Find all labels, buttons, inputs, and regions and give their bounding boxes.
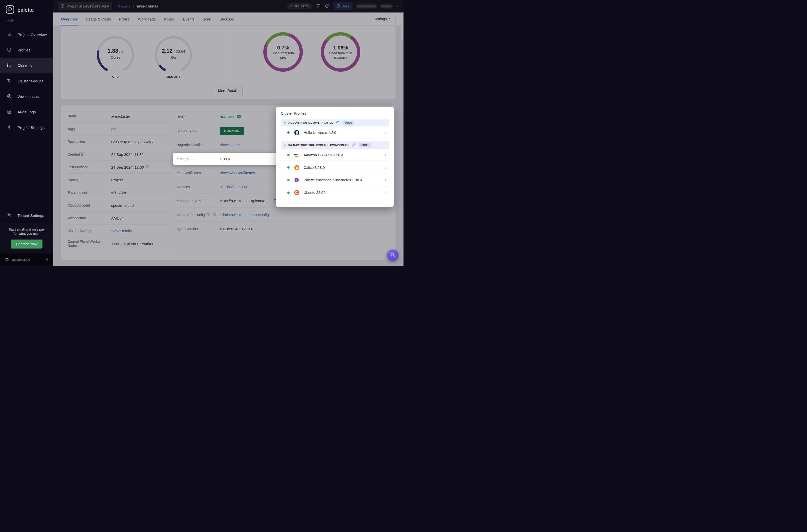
chevron-down-icon [283,143,286,147]
settings-dropdown-button[interactable]: Settings [370,15,395,23]
profile-item-hello-universe[interactable]: Hello Universe 1.2.0 [280,126,390,139]
addon-profile-header[interactable]: ADDON PROFILE AWS-PROFILE PROJ [281,119,389,126]
sidebar-item-label: Cluster Groups [18,79,43,83]
profile-item-palette-extended-kubernetes[interactable]: Palette eXtended Kubernetes 1.30.4 [280,174,390,186]
detail-label: Health [176,115,220,119]
cpu-gauge: 1.88 / 8 Cores CPU [95,35,135,99]
service-port-link[interactable]: :3000 [237,185,247,189]
detail-label: Architecture [68,216,111,220]
link-icon[interactable] [352,143,356,148]
hello-universe-logo-icon [294,129,300,136]
tab-scan[interactable]: Scan [203,13,211,25]
collapse-sidebar-button[interactable] [45,258,49,262]
info-icon[interactable] [213,212,217,217]
aws-logo-icon: aws [111,190,117,195]
docs-button[interactable]: Docs [334,2,353,10]
detail-label: Cluster Settings [68,229,111,233]
detail-value: 24 Sep 2024, 11:32 [111,152,144,157]
chevron-right-icon [384,153,387,157]
view-k8s-certificates-link[interactable]: View K8s Certificates [220,171,255,175]
sidebar-item-cluster-groups[interactable]: Cluster Groups [0,73,53,89]
topbar: Project-ScaleSecureTutoria / Clusters / … [53,0,404,13]
breadcrumb-clusters-link[interactable]: Clusters [118,4,131,8]
link-icon[interactable] [336,120,339,125]
detail-value: 24 Sep 2024, 12:00 [111,165,144,169]
profile-item-calico[interactable]: Calico 3.28.0 [280,162,390,174]
sidebar-item-label: Workspaces [18,94,39,99]
detail-value: AWS [119,191,128,195]
scrollbar-thumb[interactable] [401,26,403,40]
service-port-link[interactable]: :8080 [226,185,236,189]
kubeconfig-download-link[interactable]: admin.aws-cluster.kubeconfig [220,212,269,217]
aws-logo-icon: aws [294,152,300,158]
detail-value: AMD64 [111,216,124,220]
sidebar-item-clusters[interactable]: Clusters [0,58,53,73]
cpu-donut-text: 0.7% Used from total CPU [263,32,303,72]
details-left-column: Name aws-cluster Tags n/a Description Cl… [68,110,172,260]
sidebar-item-project-settings[interactable]: Project Settings [0,120,53,135]
metrics-card: 1.88 / 8 Cores CPU [61,26,395,99]
infrastructure-profile-header-text: INFRASTRUCTURE PROFILE AWS-PROFILE [288,144,350,147]
infrastructure-profile-header[interactable]: INFRASTRUCTURE PROFILE AWS-PROFILE PROJ [281,141,389,149]
memory-usage-donut: 1.06% Used from total MEMORY [321,29,360,99]
health-value: HEALTHY [220,115,235,119]
sidebar-item-project-overview[interactable]: Project Overview [0,27,53,42]
profile-item-name: Hello Universe 1.2.0 [304,131,336,135]
detail-value: aws-cluster [111,114,130,118]
tab-overview[interactable]: Overview [61,13,78,25]
brand-label: spectro cloud [12,258,30,262]
view-details-link[interactable]: View Details [220,142,240,147]
tab-usage-costs[interactable]: Usage & Costs [86,13,111,25]
layers-icon [7,47,12,53]
cpu-unit: Cores [95,55,135,59]
project-scope-chip[interactable]: Project-ScaleSecureTutoria [58,2,112,10]
status-dot [287,131,289,134]
svg-text:aws: aws [294,153,299,156]
detail-label: Kubernetes API [176,199,220,203]
profile-item-ubuntu[interactable]: Ubuntu 22.04 [280,186,390,199]
detail-row-environment: Environment aws AWS [68,186,172,199]
logo-text: palette [18,7,34,13]
main-area: Project-ScaleSecureTutoria / Clusters / … [53,0,404,266]
detail-label: Services [176,185,220,189]
profile-item-name: Amazon EBS CSI 1.30.4 [304,153,343,157]
assistant-fab-button[interactable] [387,249,398,261]
sidebar-item-profiles[interactable]: Profiles [0,42,53,58]
cpu-usage-caption: Used from total [271,51,295,55]
agent-version-value: 4.4.9/20240912.1118 [220,227,255,231]
chat-button[interactable] [316,3,321,9]
upgrade-now-button[interactable]: Upgrade now [11,240,42,248]
sidebar-item-workspaces[interactable]: Workspaces [0,89,53,104]
project-scope-badge: PROJ [359,143,371,147]
memory-gauge-text: 2.12 / 33.64 Gb [153,48,193,59]
detail-row-cluster-settings: Cluster Settings View Details [68,225,172,237]
profile-item-amazon-ebs-csi[interactable]: aws Amazon EBS CSI 1.30.4 [280,149,390,162]
tab-backups[interactable]: Backups [219,13,234,25]
detail-row-cloud-account: Cloud Account spectro-cloud [68,199,172,212]
view-details-link[interactable]: View Details [111,229,132,233]
detail-row-agent-version: Agent version 4.4.9/20240912.1118 [176,222,389,236]
capacity-gauges: 1.88 / 8 Cores CPU [61,26,228,99]
upgrade-promo: Start small and only pay for what you us… [0,223,53,253]
explore-button[interactable] [325,3,330,9]
detail-row-created-on: Created On 24 Sep 2024, 11:32 [68,148,172,161]
tab-events[interactable]: Events [183,13,194,25]
breadcrumb-separator: / [133,4,134,8]
sidebar-item-audit-logs[interactable]: Audit Logs [0,104,53,120]
running-status-badge[interactable]: RUNNING [220,127,244,135]
user-menu-button[interactable] [396,4,399,8]
sidebar-item-tenant-settings[interactable]: Tenant Settings [0,208,53,223]
info-icon[interactable] [146,165,149,169]
more-details-button[interactable]: More Details [214,86,243,95]
tab-profile[interactable]: Profile [119,13,130,25]
chevron-down-icon [389,17,392,21]
memory-unit: Gb [153,55,193,59]
status-dot [287,179,289,181]
detail-row-context: Context Project [68,174,172,186]
sidebar-item-label: Tenant Settings [18,213,44,218]
detail-label: K8s Certificates [176,171,220,175]
tab-workloads[interactable]: Workloads [138,13,156,25]
status-dot [287,192,289,194]
tab-nodes[interactable]: Nodes [164,13,175,25]
detail-value: spectro-cloud [111,203,134,208]
